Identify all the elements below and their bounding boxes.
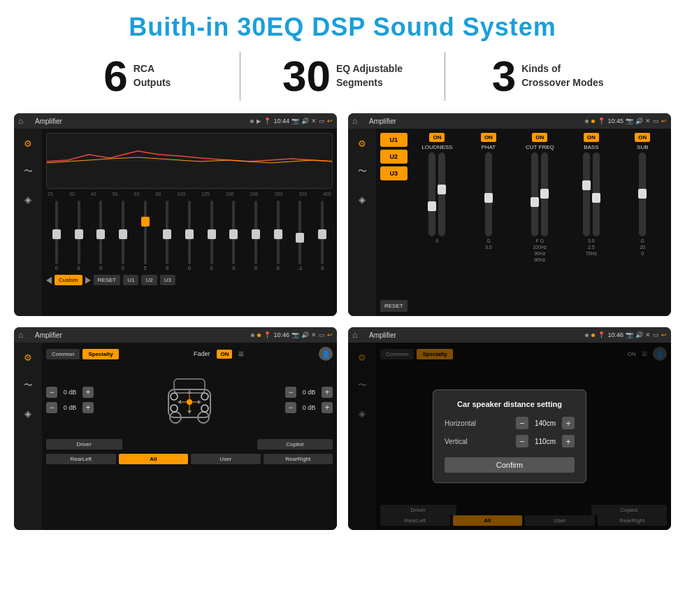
home-icon-2[interactable]: ⌂ xyxy=(352,115,363,127)
confirm-button[interactable]: Confirm xyxy=(445,457,575,473)
window-icon-2: ▭ xyxy=(653,117,659,124)
home-icon-3[interactable]: ⌂ xyxy=(18,329,29,341)
eq-slider-3[interactable]: 0 xyxy=(113,201,134,271)
eq-slider-12[interactable]: 0 xyxy=(312,201,333,271)
eq-left-sidebar: ⚙ 〜 ◈ xyxy=(14,129,42,316)
fader-driver-btn[interactable]: Driver xyxy=(46,439,122,450)
loudness-toggle[interactable]: ON xyxy=(429,133,445,142)
bass-toggle[interactable]: ON xyxy=(584,133,599,142)
eq-sidebar-icon-2[interactable]: 〜 xyxy=(19,162,37,180)
fader-copilot-btn[interactable]: Copilot xyxy=(257,439,333,450)
eq-slider-5[interactable]: 0 xyxy=(157,201,178,271)
eq-prev-button[interactable] xyxy=(46,277,52,284)
eq-slider-2[interactable]: 0 xyxy=(90,201,111,271)
back-icon-3[interactable]: ↩ xyxy=(327,331,333,338)
fader-sliders-icon: ≡ xyxy=(238,348,243,359)
fader-user-btn[interactable]: User xyxy=(191,454,261,464)
crossover-reset-btn[interactable]: RESET xyxy=(380,300,408,312)
fader-rearright-btn[interactable]: RearRight xyxy=(264,454,333,464)
fader-sidebar-icon-3[interactable]: ◈ xyxy=(19,404,37,422)
eq-slider-4[interactable]: 5 xyxy=(135,201,156,271)
fader-on-badge[interactable]: ON xyxy=(217,350,232,359)
window-icon-3: ▭ xyxy=(319,331,325,338)
fader-vol1-plus[interactable]: + xyxy=(82,387,94,398)
phat-slider-1[interactable] xyxy=(485,152,492,236)
fader-specialty-tab[interactable]: Specialty xyxy=(82,349,118,359)
status-dot-2 xyxy=(585,120,589,123)
eq-bottom-bar: Custom RESET U1 U2 U3 xyxy=(46,275,333,285)
eq-preset-custom[interactable]: Custom xyxy=(55,275,82,285)
eq-slider-9[interactable]: 0 xyxy=(245,201,266,271)
cutfreq-toggle[interactable]: ON xyxy=(532,133,547,142)
back-icon-2[interactable]: ↩ xyxy=(661,117,667,124)
eq-slider-8[interactable]: 0 xyxy=(224,201,245,271)
loudness-slider-1[interactable] xyxy=(428,152,435,236)
horizontal-plus-button[interactable]: + xyxy=(562,417,575,429)
camera-icon-4: 📷 xyxy=(626,331,633,338)
crossover-sidebar-icon-1[interactable]: ⚙ xyxy=(353,134,371,152)
stat-rca: 6 RCAOutputs xyxy=(42,55,233,98)
eq-u3-button[interactable]: U3 xyxy=(160,275,175,285)
home-icon-4[interactable]: ⌂ xyxy=(352,329,363,341)
fader-rearleft-btn[interactable]: RearLeft xyxy=(46,454,116,464)
loudness-slider-2[interactable] xyxy=(438,152,445,236)
eq-slider-10[interactable]: 0 xyxy=(268,201,289,271)
stat-eq-number: 30 xyxy=(282,55,331,98)
crossover-u2-btn[interactable]: U2 xyxy=(380,150,408,164)
cutfreq-slider-2[interactable] xyxy=(541,152,548,236)
eq-play-button[interactable] xyxy=(85,277,91,284)
fader-common-tab[interactable]: Common xyxy=(46,349,80,359)
loudness-sliders xyxy=(428,152,445,236)
cutfreq-slider-1[interactable] xyxy=(531,152,538,236)
crossover-sidebar-icon-2[interactable]: 〜 xyxy=(353,162,371,180)
eq-u2-button[interactable]: U2 xyxy=(141,275,157,285)
back-icon-4[interactable]: ↩ xyxy=(661,331,667,338)
vertical-minus-button[interactable]: − xyxy=(516,435,528,447)
bass-slider-1[interactable] xyxy=(583,152,590,236)
horizontal-stepper: − 140cm + xyxy=(516,417,575,429)
eq-slider-1[interactable]: 0 xyxy=(68,201,89,271)
cutfreq-label: CUT FREQ xyxy=(526,144,554,150)
fader-vol2-plus[interactable]: + xyxy=(82,402,94,413)
eq-slider-7[interactable]: 0 xyxy=(201,201,222,271)
crossover-u3-btn[interactable]: U3 xyxy=(380,166,408,180)
crossover-sidebar-icon-3[interactable]: ◈ xyxy=(353,190,371,208)
sub-toggle[interactable]: ON xyxy=(635,133,650,142)
svg-point-7 xyxy=(171,405,178,412)
eq-sidebar-icon-1[interactable]: ⚙ xyxy=(19,134,37,152)
fader-left-sidebar: ⚙ 〜 ◈ xyxy=(14,343,42,530)
close-icon-2: ✕ xyxy=(645,117,651,124)
crossover-u1-btn[interactable]: U1 xyxy=(380,133,408,147)
back-icon[interactable]: ↩ xyxy=(327,117,333,124)
settings-circle-icon[interactable]: 👤 xyxy=(319,347,333,361)
vertical-plus-button[interactable]: + xyxy=(562,435,575,447)
horizontal-minus-button[interactable]: − xyxy=(516,417,528,429)
sub-slider-1[interactable] xyxy=(639,152,646,236)
window-icon-4: ▭ xyxy=(653,331,659,338)
fader-sidebar-icon-1[interactable]: ⚙ xyxy=(19,348,37,366)
fader-vol1-minus[interactable]: − xyxy=(46,387,57,398)
fader-all-btn[interactable]: All xyxy=(119,454,189,464)
eq-slider-11[interactable]: -1 xyxy=(290,201,311,271)
fader-sidebar-icon-2[interactable]: 〜 xyxy=(19,376,37,394)
eq-sidebar-icon-3[interactable]: ◈ xyxy=(19,190,37,208)
volume-icon: 🔊 xyxy=(301,117,309,124)
eq-reset-button[interactable]: RESET xyxy=(94,275,121,285)
fader-vol4-minus[interactable]: − xyxy=(285,402,296,413)
home-icon[interactable]: ⌂ xyxy=(18,115,29,127)
fader-vol4-plus[interactable]: + xyxy=(322,402,333,413)
eq-slider-0[interactable]: 0 xyxy=(46,201,67,271)
vertical-stepper: − 110cm + xyxy=(516,435,575,447)
play-icon: ▶ xyxy=(257,118,261,124)
bass-slider-2[interactable] xyxy=(593,152,600,236)
status-dot-1 xyxy=(250,120,254,123)
sub-sliders xyxy=(639,152,646,236)
close-icon-3: ✕ xyxy=(311,331,317,338)
fader-vol3-plus[interactable]: + xyxy=(322,387,333,398)
fader-vol2-minus[interactable]: − xyxy=(46,402,57,413)
phat-toggle[interactable]: ON xyxy=(481,133,496,142)
eq-slider-6[interactable]: 0 xyxy=(179,201,200,271)
horizontal-value: 140cm xyxy=(531,420,559,427)
fader-vol3-minus[interactable]: − xyxy=(285,387,296,398)
eq-u1-button[interactable]: U1 xyxy=(123,275,138,285)
